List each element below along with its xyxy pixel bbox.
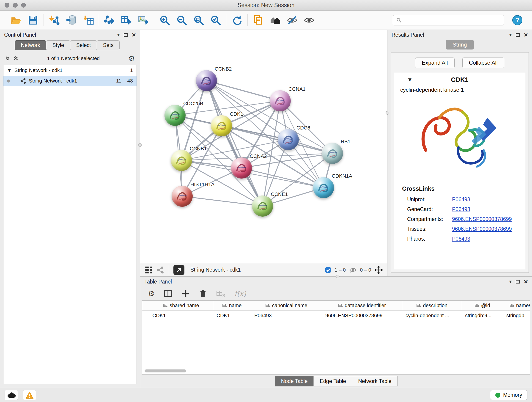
table-cell[interactable]: stringdb:9... [462, 311, 503, 321]
float-panel-icon[interactable] [516, 33, 520, 37]
network-node-CCNE1[interactable] [252, 196, 273, 217]
horizontal-scrollbar[interactable] [145, 370, 186, 372]
network-edge[interactable] [206, 81, 263, 206]
search-input[interactable] [404, 17, 500, 23]
crosslink-link[interactable]: P06493 [452, 236, 470, 242]
close-panel-icon[interactable]: × [524, 32, 528, 38]
collapse-all-icon[interactable] [5, 56, 10, 61]
tab-edge-table[interactable]: Edge Table [313, 376, 352, 386]
table-options-gear-icon[interactable]: ⚙ [148, 290, 155, 297]
function-builder-icon[interactable]: f(x) [234, 290, 246, 298]
network-node-CDKN1A[interactable] [313, 177, 334, 198]
left-splitter-handle[interactable] [138, 143, 142, 147]
import-network-file-icon[interactable] [47, 13, 61, 27]
column-header-description[interactable]: description [402, 301, 462, 310]
network-edge[interactable] [182, 196, 263, 206]
expand-all-button[interactable]: Expand All [415, 57, 454, 68]
delete-table-icon[interactable] [216, 289, 226, 298]
zoom-fit-icon[interactable] [192, 13, 206, 27]
close-panel-icon[interactable]: × [132, 32, 136, 38]
column-header-canonical-name[interactable]: canonical name [251, 301, 322, 310]
table-cell[interactable]: 9606.ENSP00000378699 [322, 311, 402, 321]
network-node-CDK1[interactable] [211, 115, 232, 136]
table-cell[interactable]: cyclin-dependent ... [402, 311, 462, 321]
help-icon[interactable]: ? [510, 13, 524, 27]
tab-style[interactable]: Style [46, 40, 70, 50]
home-networks-icon[interactable] [268, 13, 282, 27]
float-panel-icon[interactable] [516, 280, 520, 283]
show-details-eye-icon[interactable] [302, 13, 316, 27]
delete-column-icon[interactable] [199, 289, 207, 298]
collapse-all-button[interactable]: Collapse All [462, 57, 504, 68]
close-window-button[interactable] [5, 3, 9, 7]
float-panel-icon[interactable] [124, 33, 128, 37]
network-node-RB1[interactable] [322, 143, 343, 164]
expand-all-icon[interactable] [13, 56, 18, 61]
network-node-CCNA1[interactable] [270, 90, 291, 111]
network-node-HIST1H1A[interactable] [172, 186, 193, 207]
import-table-icon[interactable] [81, 13, 95, 27]
tab-string[interactable]: String [446, 40, 474, 50]
tab-node-table[interactable]: Node Table [275, 376, 314, 386]
minimize-window-button[interactable] [13, 3, 18, 7]
zoom-in-icon[interactable] [158, 13, 172, 27]
export-network-icon[interactable] [103, 13, 116, 27]
panel-menu-caret-icon[interactable]: ▾ [509, 279, 512, 284]
collection-disclosure-icon[interactable]: ▼ [7, 68, 12, 73]
column-header-name[interactable]: name [213, 301, 251, 310]
zoom-out-icon[interactable] [175, 13, 189, 27]
tab-network[interactable]: Network [15, 40, 46, 50]
column-header--id[interactable]: @id [462, 301, 503, 310]
pan-move-icon[interactable] [374, 266, 383, 274]
panel-menu-caret-icon[interactable]: ▾ [509, 32, 512, 37]
network-canvas[interactable]: CCNB2 CCNA1 CDC25B CDK1 CDC6 [140, 30, 387, 263]
hide-details-eye-icon[interactable] [285, 13, 299, 27]
crosslink-link[interactable]: P06493 [452, 196, 470, 203]
grid-view-icon[interactable] [144, 266, 152, 274]
table-row[interactable]: CDK1CDK1P064939606.ENSP00000378699cyclin… [142, 311, 530, 321]
zoom-window-button[interactable] [21, 3, 26, 7]
network-share-icon[interactable] [157, 266, 164, 274]
zoom-selected-icon[interactable] [209, 13, 222, 27]
cloud-status-icon[interactable] [5, 390, 18, 400]
column-header-shared-name[interactable]: shared name [149, 301, 213, 310]
open-in-new-window-icon[interactable] [173, 265, 184, 275]
tab-select[interactable]: Select [70, 40, 97, 50]
network-options-gear-icon[interactable]: ⚙ [128, 55, 135, 62]
table-splitter-handle[interactable] [336, 275, 340, 278]
network-collection-row[interactable]: ▼ String Network - cdk1 1 [3, 65, 137, 76]
table-cell[interactable]: CDK1 [149, 311, 213, 321]
import-network-database-icon[interactable] [64, 13, 78, 27]
table-cell[interactable]: CDK1 [213, 311, 251, 321]
table-cell[interactable]: stringdb [503, 311, 530, 321]
network-node-CCNA2[interactable] [231, 157, 252, 179]
column-header-database-identifier[interactable]: database identifier [322, 301, 402, 310]
show-columns-icon[interactable] [163, 289, 172, 298]
warning-icon[interactable] [23, 390, 36, 400]
apply-layout-icon[interactable] [230, 13, 244, 27]
export-table-icon[interactable] [120, 13, 133, 27]
tab-network-table[interactable]: Network Table [352, 376, 398, 386]
hidden-items-eye-icon[interactable] [349, 267, 357, 273]
open-session-icon[interactable] [9, 13, 23, 27]
tab-sets[interactable]: Sets [97, 40, 120, 50]
crosslink-link[interactable]: P06493 [452, 206, 470, 212]
copy-document-icon[interactable] [251, 13, 265, 27]
table-cell[interactable]: P06493 [251, 311, 322, 321]
selected-nodes-checkbox-icon[interactable] [325, 267, 331, 273]
right-splitter-handle[interactable] [386, 111, 389, 115]
export-image-icon[interactable] [137, 13, 150, 27]
memory-button[interactable]: Memory [490, 390, 527, 400]
network-node-CDC6[interactable] [278, 129, 299, 150]
crosslink-link[interactable]: 9606.ENSP00000378699 [452, 226, 512, 232]
add-column-icon[interactable] [181, 289, 190, 298]
close-panel-icon[interactable]: × [524, 279, 528, 284]
search-field[interactable] [393, 15, 504, 26]
network-row[interactable]: String Network - cdk1 11 48 [3, 76, 137, 86]
column-header-namespace[interactable]: namespace [503, 301, 530, 310]
crosslink-link[interactable]: 9606.ENSP00000378699 [452, 216, 512, 222]
panel-menu-caret-icon[interactable]: ▾ [117, 32, 120, 37]
network-node-CDC25B[interactable] [165, 105, 186, 126]
gene-disclosure-icon[interactable]: ▼ [407, 77, 413, 83]
network-node-CCNB1[interactable] [171, 150, 192, 171]
